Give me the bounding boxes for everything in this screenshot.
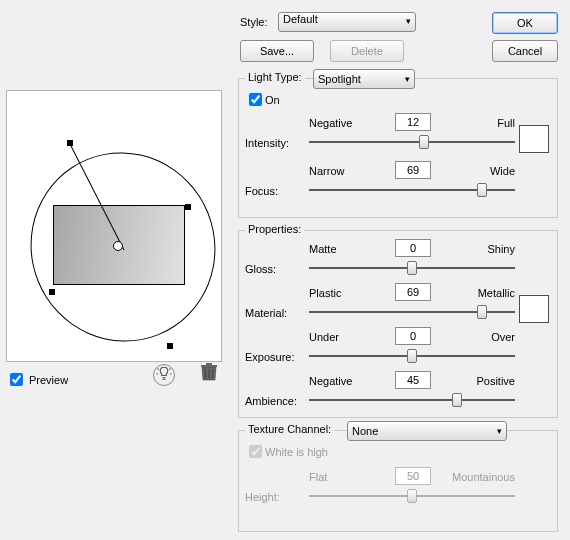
- light-color-swatch[interactable]: [519, 125, 549, 153]
- height-left: Flat: [309, 471, 327, 483]
- slider-thumb[interactable]: [419, 135, 429, 149]
- svg-rect-1: [206, 363, 212, 365]
- svg-line-2: [205, 369, 206, 378]
- on-label: On: [265, 94, 280, 106]
- gloss-slider[interactable]: Matte 0 Shiny: [309, 257, 515, 269]
- save-button[interactable]: Save...: [240, 40, 314, 62]
- style-dropdown[interactable]: Default ▾: [278, 12, 416, 32]
- focus-label: Focus:: [245, 185, 278, 197]
- ambience-left: Negative: [309, 375, 352, 387]
- exposure-right: Over: [491, 331, 515, 343]
- material-left: Plastic: [309, 287, 341, 299]
- ambience-label: Ambience:: [245, 395, 297, 407]
- ambience-slider[interactable]: Negative 45 Positive: [309, 389, 515, 401]
- light-type-group: Light Type: Spotlight On Intensity: Nega…: [238, 78, 558, 218]
- material-value[interactable]: 69: [395, 283, 431, 301]
- material-slider[interactable]: Plastic 69 Metallic: [309, 301, 515, 313]
- texture-channel-label: Texture Channel:: [245, 423, 334, 435]
- exposure-slider[interactable]: Under 0 Over: [309, 345, 515, 357]
- preview-label: Preview: [29, 374, 68, 386]
- white-is-high-input: [249, 445, 262, 458]
- ellipse-handle[interactable]: [67, 140, 73, 146]
- preview-panel: [6, 90, 222, 362]
- delete-button: Delete: [330, 40, 404, 62]
- exposure-label: Exposure:: [245, 351, 295, 363]
- svg-line-4: [213, 369, 214, 378]
- material-label: Material:: [245, 307, 287, 319]
- intensity-value[interactable]: 12: [395, 113, 431, 131]
- intensity-label: Intensity:: [245, 137, 289, 149]
- preview-canvas[interactable]: [13, 97, 215, 355]
- gloss-right: Shiny: [487, 243, 515, 255]
- properties-group: Properties: Gloss: Matte 0 Shiny Materia…: [238, 230, 558, 418]
- light-type-dropdown[interactable]: Spotlight: [313, 69, 415, 89]
- texture-channel-dropdown[interactable]: None: [347, 421, 507, 441]
- height-right: Mountainous: [452, 471, 515, 483]
- cancel-button[interactable]: Cancel: [492, 40, 558, 62]
- slider-thumb[interactable]: [407, 349, 417, 363]
- white-is-high-label: White is high: [265, 446, 328, 458]
- slider-thumb[interactable]: [452, 393, 462, 407]
- slider-thumb[interactable]: [407, 261, 417, 275]
- exposure-left: Under: [309, 331, 339, 343]
- ambience-value[interactable]: 45: [395, 371, 431, 389]
- height-label: Height:: [245, 491, 280, 503]
- ok-button[interactable]: OK: [492, 12, 558, 34]
- slider-thumb[interactable]: [477, 305, 487, 319]
- ambient-color-swatch[interactable]: [519, 295, 549, 323]
- lightbulb-icon[interactable]: [153, 364, 175, 386]
- exposure-value[interactable]: 0: [395, 327, 431, 345]
- chevron-down-icon: ▾: [406, 16, 411, 26]
- focus-left: Narrow: [309, 165, 344, 177]
- intensity-right: Full: [497, 117, 515, 129]
- svg-rect-0: [201, 365, 217, 367]
- style-label: Style:: [240, 16, 268, 28]
- gloss-left: Matte: [309, 243, 337, 255]
- gloss-label: Gloss:: [245, 263, 276, 275]
- focus-slider[interactable]: Narrow 69 Wide: [309, 179, 515, 191]
- height-slider: Flat 50 Mountainous: [309, 485, 515, 497]
- trash-icon[interactable]: [200, 362, 218, 386]
- gloss-value[interactable]: 0: [395, 239, 431, 257]
- texture-channel-value: None: [352, 425, 378, 437]
- preview-checkbox-input[interactable]: [10, 373, 23, 386]
- height-value: 50: [395, 467, 431, 485]
- slider-thumb[interactable]: [477, 183, 487, 197]
- lightbulb-svg: [155, 365, 173, 383]
- focus-right: Wide: [490, 165, 515, 177]
- properties-label: Properties:: [245, 223, 304, 235]
- material-right: Metallic: [478, 287, 515, 299]
- style-value: Default: [283, 13, 318, 25]
- intensity-left: Negative: [309, 117, 352, 129]
- on-checkbox-input[interactable]: [249, 93, 262, 106]
- light-type-value: Spotlight: [318, 73, 361, 85]
- light-type-label: Light Type:: [245, 71, 305, 83]
- light-center-handle[interactable]: [113, 241, 123, 251]
- intensity-slider[interactable]: Negative 12 Full: [309, 131, 515, 143]
- preview-checkbox[interactable]: Preview: [6, 370, 68, 389]
- focus-value[interactable]: 69: [395, 161, 431, 179]
- on-checkbox[interactable]: On: [249, 93, 280, 106]
- ellipse-handle[interactable]: [185, 204, 191, 210]
- ellipse-handle[interactable]: [167, 343, 173, 349]
- ellipse-handle[interactable]: [49, 289, 55, 295]
- trash-svg: [200, 362, 218, 382]
- white-is-high-checkbox: White is high: [249, 445, 328, 458]
- texture-channel-group: Texture Channel: None White is high Heig…: [238, 430, 558, 532]
- slider-thumb: [407, 489, 417, 503]
- ambience-right: Positive: [476, 375, 515, 387]
